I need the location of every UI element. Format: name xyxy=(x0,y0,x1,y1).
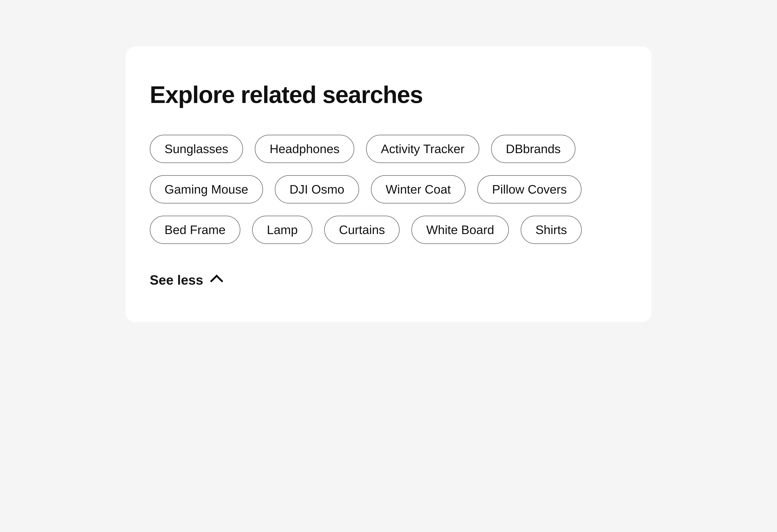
chip-dji-osmo[interactable]: DJI Osmo xyxy=(275,175,359,204)
chip-winter-coat[interactable]: Winter Coat xyxy=(371,175,466,204)
chips-container: Sunglasses Headphones Activity Tracker D… xyxy=(150,135,627,244)
related-searches-card: Explore related searches Sunglasses Head… xyxy=(125,46,652,322)
chip-pillow-covers[interactable]: Pillow Covers xyxy=(477,175,582,204)
chip-white-board[interactable]: White Board xyxy=(411,216,509,244)
chip-sunglasses[interactable]: Sunglasses xyxy=(150,135,243,163)
chip-dbbrands[interactable]: DBbrands xyxy=(491,135,575,163)
chip-gaming-mouse[interactable]: Gaming Mouse xyxy=(150,175,263,204)
chip-activity-tracker[interactable]: Activity Tracker xyxy=(366,135,479,163)
see-less-button[interactable]: See less xyxy=(150,272,220,288)
chip-shirts[interactable]: Shirts xyxy=(521,216,582,244)
section-heading: Explore related searches xyxy=(150,81,627,108)
chip-curtains[interactable]: Curtains xyxy=(324,216,400,244)
chip-bed-frame[interactable]: Bed Frame xyxy=(150,216,240,244)
chip-lamp[interactable]: Lamp xyxy=(252,216,313,244)
see-less-label: See less xyxy=(150,272,203,288)
chevron-up-icon xyxy=(210,274,223,288)
chip-headphones[interactable]: Headphones xyxy=(255,135,354,163)
